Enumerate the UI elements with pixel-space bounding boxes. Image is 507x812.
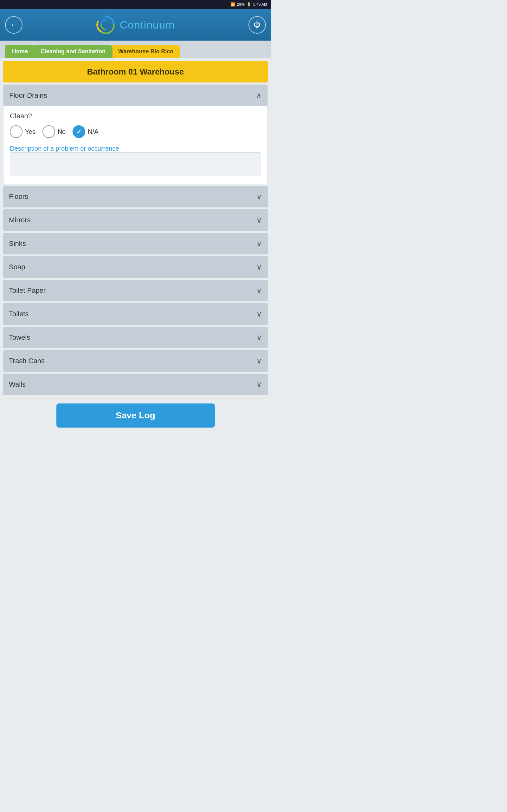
accordion-section-toilet-paper: Toilet Paper ∨	[3, 280, 268, 301]
accordion-section-sinks: Sinks ∨	[3, 233, 268, 254]
chevron-down-icon-towels: ∨	[257, 333, 262, 342]
radio-option-na[interactable]: N/A	[72, 125, 98, 138]
radio-circle-no	[43, 125, 55, 138]
logo-icon	[96, 15, 115, 34]
clean-radio-group: Yes No N/A	[10, 125, 261, 138]
accordion-label-soap: Soap	[9, 263, 25, 271]
breadcrumb-tab-cleaning[interactable]: Cleaning and Sanitation	[34, 45, 112, 58]
accordion-section-soap: Soap ∨	[3, 256, 268, 278]
accordion-label-floors: Floors	[9, 193, 28, 201]
logo-container: Continuum	[96, 15, 175, 34]
accordion-header-mirrors[interactable]: Mirrors ∨	[3, 209, 268, 231]
breadcrumb-tab-warehouse[interactable]: Warehouse Rio Rico	[111, 45, 180, 58]
clean-field-label: Clean?	[10, 112, 261, 120]
back-button[interactable]: ←	[5, 16, 22, 34]
accordion-label-walls: Walls	[9, 380, 26, 389]
accordion-section-towels: Towels ∨	[3, 327, 268, 348]
section-banner: Bathroom 01 Warehouse	[3, 61, 268, 83]
problem-description-link[interactable]: Description of a problem or occurrence	[10, 145, 119, 152]
accordion-header-floor-drains[interactable]: Floor Drains ∧	[3, 85, 268, 106]
wifi-icon: 📶	[230, 2, 235, 7]
radio-label-na: N/A	[88, 128, 98, 136]
accordion-section-walls: Walls ∨	[3, 374, 268, 395]
problem-textarea[interactable]	[10, 152, 261, 176]
accordion-section-toilets: Toilets ∨	[3, 303, 268, 325]
accordion-label-toilet-paper: Toilet Paper	[9, 287, 46, 295]
power-button[interactable]: ⏻	[248, 16, 266, 34]
radio-label-yes: Yes	[25, 128, 36, 136]
time-display: 5:48 AM	[253, 2, 267, 7]
accordion-header-toilet-paper[interactable]: Toilet Paper ∨	[3, 280, 268, 301]
accordion-header-towels[interactable]: Towels ∨	[3, 327, 268, 348]
accordion-section-trash-cans: Trash Cans ∨	[3, 350, 268, 372]
radio-circle-na	[72, 125, 85, 138]
chevron-down-icon-walls: ∨	[257, 380, 262, 389]
breadcrumb-tab-home[interactable]: Home	[5, 45, 35, 58]
chevron-down-icon-trash-cans: ∨	[257, 357, 262, 365]
breadcrumb: Home Cleaning and Sanitation Warehouse R…	[0, 41, 271, 58]
power-icon: ⏻	[253, 20, 261, 29]
accordion-section-mirrors: Mirrors ∨	[3, 209, 268, 231]
chevron-down-icon-soap: ∨	[257, 263, 262, 271]
header: ← Continuum ⏻	[0, 9, 271, 41]
accordion-header-toilets[interactable]: Toilets ∨	[3, 303, 268, 325]
accordion-body-floor-drains: Clean? Yes No N/A Description of a p	[3, 106, 268, 184]
battery-icon: 🔋	[246, 2, 251, 7]
status-icons: 📶 29% 🔋 5:48 AM	[230, 2, 267, 7]
accordion-section-floors: Floors ∨	[3, 186, 268, 207]
back-icon: ←	[10, 20, 17, 29]
accordion-label-floor-drains: Floor Drains	[9, 91, 47, 100]
accordion-label-towels: Towels	[9, 334, 30, 342]
accordion-header-soap[interactable]: Soap ∨	[3, 256, 268, 278]
accordion-label-sinks: Sinks	[9, 240, 26, 248]
chevron-down-icon-sinks: ∨	[257, 239, 262, 248]
app-title: Continuum	[120, 19, 175, 31]
chevron-down-icon-mirrors: ∨	[257, 216, 262, 224]
accordion-header-walls[interactable]: Walls ∨	[3, 374, 268, 395]
accordion-header-floors[interactable]: Floors ∨	[3, 186, 268, 207]
chevron-down-icon-toilet-paper: ∨	[257, 286, 262, 295]
accordion-label-mirrors: Mirrors	[9, 216, 31, 224]
accordion-header-trash-cans[interactable]: Trash Cans ∨	[3, 350, 268, 372]
radio-label-no: No	[58, 128, 66, 136]
save-log-button[interactable]: Save Log	[56, 403, 215, 427]
chevron-down-icon-floors: ∨	[257, 192, 262, 201]
chevron-up-icon: ∧	[256, 91, 262, 100]
accordion-container: Floor Drains ∧ Clean? Yes No N/A	[0, 84, 271, 395]
radio-circle-yes	[10, 125, 22, 138]
chevron-down-icon-toilets: ∨	[257, 310, 262, 318]
status-bar: 📶 29% 🔋 5:48 AM	[0, 0, 271, 9]
section-title: Bathroom 01 Warehouse	[87, 67, 184, 77]
accordion-section-floor-drains: Floor Drains ∧ Clean? Yes No N/A	[3, 84, 268, 184]
accordion-label-trash-cans: Trash Cans	[9, 357, 45, 365]
save-button-container: Save Log	[0, 397, 271, 437]
radio-option-yes[interactable]: Yes	[10, 125, 36, 138]
accordion-label-toilets: Toilets	[9, 310, 29, 318]
radio-option-no[interactable]: No	[43, 125, 66, 138]
accordion-header-sinks[interactable]: Sinks ∨	[3, 233, 268, 254]
battery-percent: 29%	[237, 2, 245, 7]
